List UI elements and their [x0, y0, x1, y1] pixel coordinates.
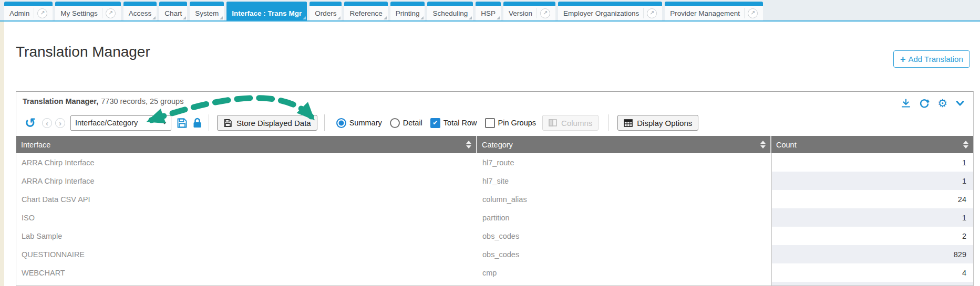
collapse-chevron-icon[interactable]: [955, 100, 965, 107]
table-row[interactable]: ARRA Chirp Interface hl7_route 1: [16, 153, 973, 172]
tab-label: System: [195, 9, 219, 17]
cell-category: cmp: [477, 263, 771, 282]
cell-count: 2: [771, 227, 973, 245]
column-header-category[interactable]: Category: [477, 136, 771, 153]
columns-label: Columns: [561, 119, 592, 128]
radio-detail[interactable]: Detail: [390, 118, 422, 128]
sort-icon[interactable]: [760, 141, 766, 149]
column-header-label: Interface: [21, 141, 50, 149]
sort-icon[interactable]: [466, 141, 471, 149]
tab-employer-organizations[interactable]: Employer Organizations ↗: [558, 2, 662, 20]
cell-count: 24: [771, 190, 973, 208]
table-row[interactable]: [16, 282, 973, 285]
tab-label: Employer Organizations: [563, 9, 639, 17]
checkbox-total-row[interactable]: Total Row: [430, 118, 477, 128]
tab-provider-management[interactable]: Provider Management ↗: [665, 2, 763, 20]
tab-divider: [537, 8, 537, 18]
tab-reference[interactable]: Reference: [344, 2, 387, 20]
cell-count: 4: [771, 263, 973, 282]
table-row[interactable]: ISO partition 1: [16, 208, 973, 227]
store-displayed-data-button[interactable]: Store Displayed Data: [217, 115, 317, 131]
sort-icon[interactable]: [963, 141, 968, 149]
cell-category: obs_codes: [477, 245, 771, 263]
popout-icon[interactable]: ↗: [647, 8, 657, 18]
next-icon[interactable]: ›: [55, 118, 65, 128]
radio-icon: [390, 118, 400, 128]
tab-system[interactable]: System: [190, 2, 224, 20]
tab-divider: [34, 8, 34, 18]
checkbox-icon: [430, 118, 440, 128]
tab-label: My Settings: [60, 9, 98, 17]
panel-record-count: 7730 records, 25 groups: [101, 97, 183, 105]
cell-interface: ISO: [16, 208, 477, 227]
undo-icon[interactable]: ↺: [25, 116, 36, 130]
cell-category: partition: [477, 208, 771, 227]
tab-label: Admin: [9, 9, 29, 17]
lock-icon[interactable]: [193, 118, 202, 129]
column-header-interface[interactable]: Interface: [16, 136, 477, 153]
refresh-icon[interactable]: [919, 98, 930, 109]
tab-label: Provider Management: [670, 9, 740, 17]
column-header-count[interactable]: Count: [771, 136, 973, 153]
radio-summary-label: Summary: [349, 119, 382, 127]
popout-icon[interactable]: ↗: [748, 8, 758, 18]
toolbar-separator: [209, 114, 209, 131]
table-row[interactable]: Lab Sample obs_codes 2: [16, 227, 973, 245]
tab-interface-trans-mgr[interactable]: Interface : Trans Mgr: [226, 2, 307, 20]
tab-orders[interactable]: Orders: [310, 2, 342, 20]
tab-version[interactable]: Version ↗: [503, 2, 555, 20]
panel-title: Translation Manager,: [23, 97, 98, 105]
display-options-button[interactable]: Display Options: [617, 115, 698, 131]
table-body: ARRA Chirp Interface hl7_route 1 ARRA Ch…: [16, 153, 973, 285]
panel-header: Translation Manager, 7730 records, 25 gr…: [23, 97, 183, 109]
chevron-down-icon: [162, 122, 167, 124]
tab-admin[interactable]: Admin ↗: [4, 2, 53, 20]
tab-label: Printing: [396, 9, 420, 17]
cell-interface: ARRA Chirp Interface: [16, 172, 477, 190]
table-row[interactable]: Chart Data CSV API column_alias 24: [16, 190, 973, 208]
cell-count: 1: [771, 172, 973, 190]
tab-printing[interactable]: Printing: [390, 2, 425, 20]
cell-interface: ARRA Chirp Interface: [16, 153, 477, 172]
popout-icon[interactable]: ↗: [106, 8, 116, 18]
download-icon[interactable]: [901, 98, 911, 109]
display-options-label: Display Options: [637, 119, 692, 128]
tab-label: Version: [509, 9, 532, 17]
gear-icon[interactable]: ⚙: [937, 98, 947, 109]
save-view-icon[interactable]: [177, 118, 188, 129]
toolbar-separator: [324, 114, 325, 131]
store-displayed-data-label: Store Displayed Data: [236, 119, 311, 128]
add-translation-button[interactable]: + Add Translation: [893, 50, 970, 68]
tab-scheduling[interactable]: Scheduling: [427, 2, 473, 20]
cell-category: hl7_route: [477, 153, 771, 172]
cell-interface: QUESTIONNAIRE: [16, 245, 477, 263]
add-translation-label: Add Translation: [909, 55, 963, 63]
tab-divider: [643, 8, 644, 18]
popout-icon[interactable]: ↗: [540, 8, 550, 18]
tab-hsp[interactable]: HSP: [476, 2, 501, 20]
table-header: Interface Category Count: [16, 136, 973, 153]
table-grid-icon: [624, 119, 633, 127]
tab-my-settings[interactable]: My Settings ↗: [55, 2, 121, 20]
save-icon: [223, 119, 232, 128]
cell-interface: Chart Data CSV API: [16, 190, 477, 208]
cell-count: 1: [771, 153, 973, 172]
tab-label: Access: [129, 9, 152, 17]
prev-icon[interactable]: ‹: [42, 118, 52, 128]
tab-divider: [102, 8, 102, 18]
checkbox-pin-groups[interactable]: Pin Groups: [485, 118, 537, 128]
tab-label: HSP: [481, 9, 496, 17]
cell-count: 1: [771, 208, 973, 227]
view-select[interactable]: Interface/Category: [70, 115, 171, 131]
translation-manager-page: Admin ↗ My Settings ↗ Access Chart Syste…: [0, 0, 980, 286]
popout-icon[interactable]: ↗: [37, 8, 47, 18]
table-row[interactable]: QUESTIONNAIRE obs_codes 829: [16, 245, 973, 263]
cell-category: hl7_site: [477, 172, 771, 190]
radio-summary[interactable]: Summary: [336, 118, 382, 128]
tab-label: Orders: [315, 9, 336, 17]
tab-access[interactable]: Access: [123, 2, 157, 20]
tab-chart[interactable]: Chart: [159, 2, 187, 20]
table-row[interactable]: WEBCHART cmp 4: [16, 263, 973, 282]
translation-manager-panel: Translation Manager, 7730 records, 25 gr…: [16, 91, 974, 286]
table-row[interactable]: ARRA Chirp Interface hl7_site 1: [16, 172, 973, 190]
